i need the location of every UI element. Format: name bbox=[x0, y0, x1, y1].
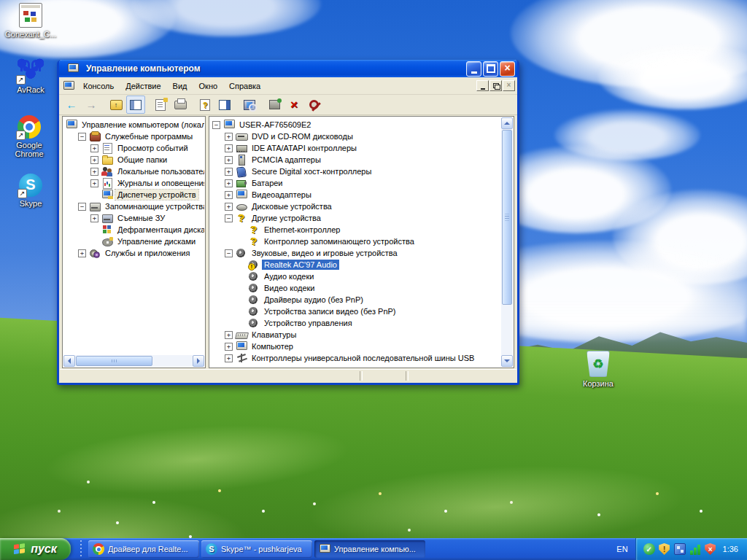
tree-item[interactable]: Устройства записи видео (без PnP) bbox=[211, 306, 501, 317]
expand-toggle[interactable]: + bbox=[90, 179, 98, 187]
close-button[interactable] bbox=[500, 61, 515, 77]
show-console-tree-button[interactable] bbox=[126, 96, 145, 114]
tree-item[interactable]: Управление компьютером (локаль bbox=[64, 119, 204, 131]
expand-toggle[interactable]: + bbox=[225, 133, 233, 141]
collapse-toggle[interactable]: − bbox=[78, 203, 86, 211]
collapse-toggle[interactable]: − bbox=[225, 249, 233, 257]
expand-toggle[interactable]: + bbox=[225, 168, 233, 176]
tree-item[interactable]: +Дисковые устройства bbox=[211, 201, 501, 212]
collapse-toggle[interactable]: − bbox=[225, 214, 233, 222]
expand-toggle[interactable]: + bbox=[225, 203, 233, 211]
expand-toggle[interactable]: + bbox=[225, 179, 233, 187]
desktop-icon-avrack[interactable]: ↗AvRack bbox=[4, 58, 57, 94]
tree-item[interactable]: +Журналы и оповещения пр bbox=[64, 177, 204, 189]
menu-item[interactable]: Вид bbox=[167, 80, 193, 92]
expand-toggle[interactable]: + bbox=[90, 144, 98, 152]
update-driver-button[interactable] bbox=[265, 96, 284, 114]
expand-toggle[interactable]: + bbox=[225, 144, 233, 152]
task-button-chrome[interactable]: Драйвер для Realte... bbox=[88, 540, 199, 558]
start-button[interactable]: пуск bbox=[0, 538, 71, 560]
security-alert-icon[interactable] bbox=[705, 543, 716, 555]
tree-item[interactable]: Контроллер запоминающего устройства bbox=[211, 236, 501, 247]
back-button[interactable] bbox=[62, 96, 81, 114]
desktop-icon-installer[interactable]: Conexant_C... bbox=[4, 3, 57, 39]
properties-button[interactable] bbox=[151, 96, 170, 114]
vertical-scroll-thumb[interactable] bbox=[502, 130, 512, 305]
tree-item[interactable]: +Контроллеры универсальной последователь… bbox=[211, 352, 501, 364]
tree-item[interactable]: Аудио кодеки bbox=[211, 271, 501, 282]
task-button-skype[interactable]: Skype™ - pushkarjeva bbox=[201, 540, 312, 558]
security-ok-icon[interactable] bbox=[643, 543, 655, 555]
wireless-icon[interactable] bbox=[689, 543, 701, 555]
expand-toggle[interactable]: + bbox=[225, 156, 233, 164]
scroll-right-button[interactable] bbox=[193, 355, 204, 367]
menu-item[interactable]: Консоль bbox=[77, 80, 120, 92]
horizontal-scroll-thumb[interactable] bbox=[76, 356, 152, 366]
tree-item[interactable]: +Secure Digital хост-контроллеры bbox=[211, 166, 501, 177]
expand-toggle[interactable]: + bbox=[225, 191, 233, 199]
menu-item[interactable]: Справка bbox=[223, 80, 266, 92]
tree-item[interactable]: −USER-AF765609E2 bbox=[211, 119, 501, 131]
security-warning-icon[interactable] bbox=[659, 543, 670, 555]
expand-toggle[interactable]: + bbox=[225, 354, 233, 362]
tree-item[interactable]: −Другие устройства bbox=[211, 212, 501, 224]
tree-item[interactable]: Управление дисками bbox=[64, 236, 204, 247]
tree-item[interactable]: −Звуковые, видео и игровые устройства bbox=[211, 247, 501, 259]
tree-item[interactable]: Диспетчер устройств bbox=[64, 189, 204, 201]
scroll-left-button[interactable] bbox=[63, 355, 75, 367]
expand-toggle[interactable]: + bbox=[78, 249, 86, 257]
tree-item[interactable]: −Запоминающие устройства bbox=[64, 201, 204, 212]
expand-toggle[interactable]: + bbox=[225, 343, 233, 351]
tree-item[interactable]: +Батареи bbox=[211, 177, 501, 189]
menu-item[interactable]: Действие bbox=[120, 80, 166, 92]
expand-toggle[interactable]: + bbox=[90, 214, 98, 222]
desktop-icon-skype[interactable]: ↗Skype bbox=[4, 174, 57, 208]
expand-toggle[interactable]: + bbox=[225, 331, 233, 339]
taskbar-clock[interactable]: 1:36 bbox=[723, 545, 738, 553]
mdi-restore-button[interactable] bbox=[489, 80, 502, 91]
maximize-button[interactable] bbox=[483, 61, 498, 77]
tree-item[interactable]: +DVD и CD-ROM дисководы bbox=[211, 131, 501, 142]
collapse-toggle[interactable]: − bbox=[212, 121, 220, 129]
mdi-close-button[interactable] bbox=[503, 80, 515, 91]
language-indicator[interactable]: EN bbox=[616, 545, 627, 553]
tree-item[interactable]: +IDE ATA/ATAPI контроллеры bbox=[211, 142, 501, 154]
tree-item[interactable]: Ethernet-контроллер bbox=[211, 224, 501, 236]
horizontal-scrollbar[interactable] bbox=[63, 355, 204, 367]
menu-item[interactable]: Окно bbox=[193, 80, 224, 92]
uninstall-device-button[interactable] bbox=[304, 96, 323, 114]
scan-hardware-button[interactable] bbox=[240, 96, 259, 114]
tree-item[interactable]: +Компьютер bbox=[211, 341, 501, 352]
forward-button[interactable] bbox=[82, 96, 101, 114]
tree-item[interactable]: −Служебные программы bbox=[64, 131, 204, 142]
mdi-minimize-button[interactable] bbox=[476, 80, 489, 91]
tree-item[interactable]: Realtek AC'97 Audio bbox=[211, 259, 501, 271]
network-icon[interactable] bbox=[674, 543, 686, 555]
expand-toggle[interactable]: + bbox=[90, 156, 98, 164]
desktop-icon-chrome[interactable]: ↗Google Chrome bbox=[3, 115, 55, 158]
tree-item[interactable]: +Клавиатуры bbox=[211, 329, 501, 341]
collapse-toggle[interactable]: − bbox=[78, 133, 86, 141]
tree-item[interactable]: Видео кодеки bbox=[211, 282, 501, 294]
tree-item[interactable]: +Общие папки bbox=[64, 154, 204, 166]
tree-item[interactable]: +Службы и приложения bbox=[64, 247, 204, 259]
scroll-up-button[interactable] bbox=[501, 117, 513, 129]
quick-launch-separator[interactable] bbox=[78, 540, 84, 558]
tree-item[interactable]: +PCMCIA адаптеры bbox=[211, 154, 501, 166]
show-action-pane-button[interactable] bbox=[215, 96, 234, 114]
scroll-down-button[interactable] bbox=[501, 355, 513, 367]
title-bar[interactable]: Управление компьютером bbox=[59, 60, 517, 77]
up-level-button[interactable] bbox=[107, 96, 125, 114]
tree-item[interactable]: Устройство управления bbox=[211, 317, 501, 329]
print-button[interactable] bbox=[171, 96, 190, 114]
task-button-computer[interactable]: Управление компью... bbox=[314, 540, 425, 558]
help-button[interactable] bbox=[196, 96, 214, 114]
tree-item[interactable]: +Съемные ЗУ bbox=[64, 212, 204, 224]
tree-item[interactable]: +Видеоадаптеры bbox=[211, 189, 501, 201]
vertical-scrollbar[interactable] bbox=[501, 117, 513, 367]
minimize-button[interactable] bbox=[466, 61, 481, 77]
disable-device-button[interactable] bbox=[285, 96, 303, 114]
tree-item[interactable]: +Локальные пользователи bbox=[64, 166, 204, 177]
tree-item[interactable]: +Просмотр событий bbox=[64, 142, 204, 154]
tree-item[interactable]: Драйверы аудио (без PnP) bbox=[211, 294, 501, 306]
